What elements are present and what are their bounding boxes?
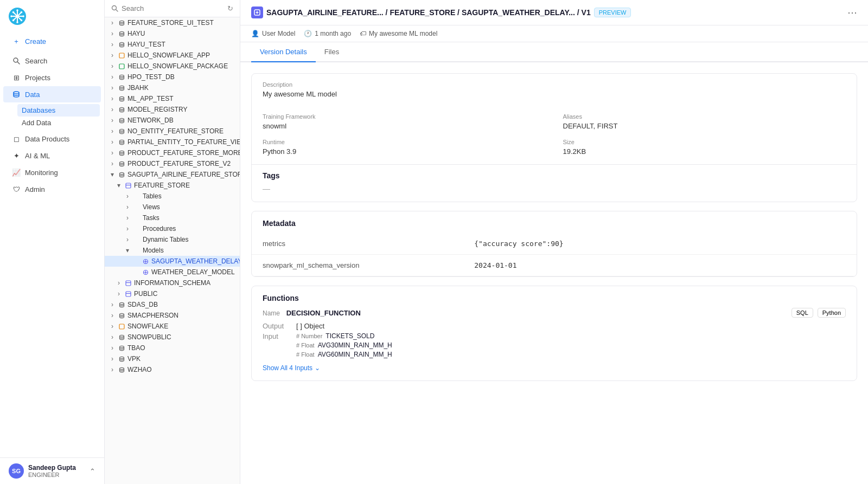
tree-node-smacpherson[interactable]: ›SMACPHERSON: [105, 310, 240, 321]
svg-point-23: [119, 75, 124, 76]
tree-node-jbahk[interactable]: ›JBAHK: [105, 82, 240, 93]
tree-node-product_feature_v2[interactable]: ›PRODUCT_FEATURE_STORE_V2: [105, 158, 240, 169]
tree-node-sdas_db[interactable]: ›SDAS_DB: [105, 299, 240, 310]
preview-badge: PREVIEW: [594, 8, 631, 17]
tree-node-tbao[interactable]: ›TBAO: [105, 343, 240, 353]
chevron-icon: ›: [109, 334, 116, 340]
tree-node-label: Dynamic Tables: [143, 236, 188, 243]
svg-line-17: [116, 10, 118, 11]
sidebar-item-data-products[interactable]: ◻ Data Products: [3, 131, 101, 147]
tree-node-hello_snowflake_package[interactable]: ›HELLO_SNOWFLAKE_PACKAGE: [105, 61, 240, 72]
sidebar-item-add-data[interactable]: Add Data: [17, 117, 100, 129]
tree-node-label: NO_ENTITY_FEATURE_STORE: [127, 127, 224, 135]
more-options-button[interactable]: ⋯: [847, 7, 857, 18]
svg-point-27: [119, 118, 124, 120]
metadata-card: Metadata metrics{"accuracy score":90}sno…: [251, 211, 857, 277]
tree-panel: ↻ ›FEATURE_STORE_UI_TEST›HAYU›HAYU_TEST›…: [105, 0, 240, 484]
chevron-icon: ›: [109, 95, 116, 102]
tree-node-label: HPO_TEST_DB: [127, 73, 175, 81]
sidebar-item-data[interactable]: Data: [3, 86, 101, 102]
db-icon: [118, 106, 125, 113]
svg-rect-37: [126, 281, 131, 286]
sidebar-footer: SG Sandeep Gupta ENGINEER ⌃: [0, 457, 104, 484]
tags-section: Tags —: [252, 164, 857, 202]
svg-point-13: [14, 58, 18, 62]
sidebar-item-admin[interactable]: 🛡 Admin: [3, 181, 101, 197]
db-icon: [118, 149, 125, 157]
db-icon: [118, 30, 125, 37]
sidebar-nav: Search ⊞ Projects Data Databases Add Dat…: [0, 50, 104, 457]
tree-node-tables[interactable]: ›Tables: [105, 191, 240, 202]
logo-area: [0, 0, 104, 33]
input-name: AVG30MIN_RAIN_MM_H: [318, 341, 392, 349]
tree-node-sagupta_weather_delay[interactable]: SAGUPTA_WEATHER_DELAY_...: [105, 256, 240, 267]
input-type-badge: # Number: [296, 333, 322, 339]
folder-icon: [133, 214, 141, 222]
tree-node-partial_entity[interactable]: ›PARTIAL_ENTITY_TO_FEATURE_VIEW_LI...: [105, 137, 240, 147]
tree-node-information_schema[interactable]: ›INFORMATION_SCHEMA: [105, 278, 240, 288]
tree-node-sagupta_airline[interactable]: ▾SAGUPTA_AIRLINE_FEATURE_STORE: [105, 169, 240, 180]
tree-node-hayu_test[interactable]: ›HAYU_TEST: [105, 39, 240, 50]
tree-node-snowpublic[interactable]: ›SNOWPUBLIC: [105, 332, 240, 343]
svg-point-25: [119, 96, 124, 98]
tree-node-label: Tables: [143, 192, 162, 200]
tree-node-hpo_test_db[interactable]: ›HPO_TEST_DB: [105, 72, 240, 82]
tree-node-feature_store_ui_test[interactable]: ›FEATURE_STORE_UI_TEST: [105, 17, 240, 28]
input-type-badge: # Float: [296, 342, 315, 349]
tree-node-hayu[interactable]: ›HAYU: [105, 28, 240, 39]
chevron-icon: ›: [109, 85, 116, 91]
input-item: # Float AVG60MIN_RAIN_MM_H: [296, 351, 392, 358]
tree-node-weather_delay_model[interactable]: WEATHER_DELAY_MODEL: [105, 267, 240, 278]
tree-node-vpk[interactable]: ›VPK: [105, 353, 240, 364]
svg-point-26: [119, 107, 124, 109]
tree-node-procedures[interactable]: ›Procedures: [105, 223, 240, 234]
create-button[interactable]: + Create: [3, 33, 101, 49]
tree-node-label: SAGUPTA_WEATHER_DELAY_...: [151, 257, 240, 265]
user-info: SG Sandeep Gupta ENGINEER: [9, 463, 76, 479]
tree-node-views[interactable]: ›Views: [105, 202, 240, 212]
chevron-icon: ›: [109, 366, 116, 373]
tree-node-label: WZHAO: [127, 366, 152, 373]
tree-node-product_feature_more[interactable]: ›PRODUCT_FEATURE_STORE_MORE_ENT...: [105, 147, 240, 158]
tree-node-no_entity_feature_store[interactable]: ›NO_ENTITY_FEATURE_STORE: [105, 126, 240, 137]
clock-icon: 🕐: [304, 30, 312, 37]
tree-node-label: WEATHER_DELAY_MODEL: [151, 268, 235, 276]
app-icon: [118, 51, 125, 59]
chevron-icon: ›: [109, 20, 116, 26]
input-item: # Number TICKETS_SOLD: [296, 332, 392, 340]
tab-files[interactable]: Files: [316, 42, 348, 62]
sql-button[interactable]: SQL: [792, 308, 813, 318]
functions-card: Functions Name DECISION_FUNCTION SQL Pyt…: [251, 286, 857, 381]
show-all-inputs-link[interactable]: Show All 4 Inputs ⌄: [263, 364, 846, 372]
sidebar-item-ai-ml[interactable]: ✦ AI & ML: [3, 147, 101, 164]
tree-node-tasks[interactable]: ›Tasks: [105, 212, 240, 223]
tree-node-models[interactable]: ▾Models: [105, 245, 240, 256]
tree-node-label: Procedures: [143, 225, 176, 233]
chevron-icon: [133, 269, 139, 275]
tree-node-dynamic_tables[interactable]: ›Dynamic Tables: [105, 234, 240, 245]
tree-node-public[interactable]: ›PUBLIC: [105, 288, 240, 299]
chevron-up-icon[interactable]: ⌃: [90, 467, 95, 475]
db-icon: [118, 95, 125, 102]
tree-node-wzhao[interactable]: ›WZHAO: [105, 364, 240, 375]
tree-node-ml_app_test[interactable]: ›ML_APP_TEST: [105, 93, 240, 104]
tree-node-hello_snowflake_app[interactable]: ›HELLO_SNOWFLAKE_APP: [105, 50, 240, 61]
box-icon: ◻: [12, 134, 21, 143]
tree-node-feature_store[interactable]: ▾FEATURE_STORE: [105, 180, 240, 191]
model-icon: [251, 7, 263, 18]
sidebar-item-databases[interactable]: Databases: [17, 104, 100, 117]
db-icon: [118, 312, 125, 319]
tab-version-details[interactable]: Version Details: [251, 42, 316, 62]
search-input[interactable]: [122, 4, 224, 12]
python-button[interactable]: Python: [818, 308, 846, 318]
tree-node-network_db[interactable]: ›NETWORK_DB: [105, 115, 240, 126]
output-label: Output: [263, 322, 290, 330]
sidebar-item-projects[interactable]: ⊞ Projects: [3, 69, 101, 86]
tree-node-label: Tasks: [143, 214, 159, 222]
sidebar-item-monitoring[interactable]: 📈 Monitoring: [3, 164, 101, 180]
refresh-icon[interactable]: ↻: [227, 4, 233, 12]
sidebar-item-search[interactable]: Search: [3, 53, 101, 69]
tree-node-label: ML_APP_TEST: [127, 95, 174, 102]
tree-node-model_registry[interactable]: ›MODEL_REGISTRY: [105, 104, 240, 115]
tree-node-snowflake[interactable]: ›SNOWFLAKE: [105, 321, 240, 332]
